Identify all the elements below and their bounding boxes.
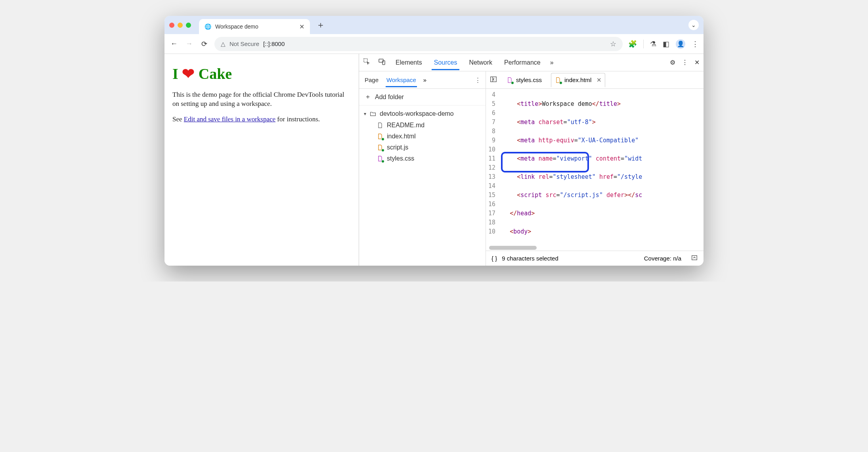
editor-pane: styles.css index.html ✕ 4 5 6 7 8 — [486, 71, 704, 266]
code-line: <body> — [503, 227, 700, 236]
devtools-body: Page Workspace » ⋮ ＋ Add folder — [359, 71, 704, 266]
profile-avatar[interactable]: 👤 — [676, 39, 685, 49]
code-line: <title>Workspace demo</title> — [503, 100, 700, 109]
tab-title: Workspace demo — [215, 23, 258, 30]
devtools-panel: Elements Sources Network Performance » ⚙… — [359, 54, 704, 266]
line-number: 10 — [488, 227, 495, 236]
window-controls — [169, 23, 191, 28]
paragraph-text: See — [172, 115, 184, 123]
file-label: script.js — [387, 144, 408, 151]
panel-icon[interactable]: ◧ — [663, 40, 669, 48]
line-number: 4 — [488, 90, 495, 100]
file-index-html[interactable]: index.html — [359, 131, 486, 142]
nav-kebab-icon[interactable]: ⋮ — [475, 77, 481, 84]
tab-network[interactable]: Network — [467, 55, 495, 70]
heading-text: I — [172, 65, 182, 82]
file-script-js[interactable]: script.js — [359, 142, 486, 153]
file-label: index.html — [387, 133, 416, 140]
forward-button[interactable]: → — [184, 40, 194, 48]
labs-icon[interactable]: ⚗ — [650, 40, 656, 48]
file-readme[interactable]: README.md — [359, 120, 486, 131]
editor-status-bar: { } 9 characters selected Coverage: n/a — [486, 251, 704, 266]
file-label: README.md — [387, 122, 424, 129]
device-icon[interactable] — [378, 58, 386, 67]
tab-strip: 🌐 Workspace demo ✕ ＋ ⌄ — [164, 16, 704, 34]
svg-rect-5 — [692, 256, 697, 260]
reload-button[interactable]: ⟳ — [199, 40, 209, 48]
browser-window: 🌐 Workspace demo ✕ ＋ ⌄ ← → ⟳ △ Not Secur… — [164, 16, 704, 266]
css-file-icon — [506, 77, 513, 84]
rendered-page: I ❤ Cake This is the demo page for the o… — [164, 54, 359, 266]
css-file-icon — [377, 155, 384, 162]
line-number: 9 — [488, 136, 495, 145]
modified-dot-icon — [381, 160, 384, 163]
line-number: 14 — [488, 182, 495, 191]
browser-tab[interactable]: 🌐 Workspace demo ✕ — [199, 19, 310, 34]
code-line: <link rel="stylesheet" href="/style — [503, 172, 700, 182]
tree-folder[interactable]: devtools-workspace-demo README.md — [359, 108, 486, 164]
workspace-link[interactable]: Edit and save files in a workspace — [184, 115, 275, 123]
html-file-icon — [554, 77, 562, 84]
code-line: <script src="/script.js" defer></sc — [503, 191, 700, 200]
more-tabs-icon[interactable]: » — [550, 59, 554, 66]
kebab-icon[interactable]: ⋮ — [682, 59, 688, 66]
nav-workspace[interactable]: Workspace — [386, 73, 417, 87]
format-icon[interactable]: { } — [491, 255, 497, 262]
page-paragraph: See Edit and save files in a workspace f… — [172, 115, 351, 124]
nav-page[interactable]: Page — [364, 73, 379, 87]
editor-tab-index[interactable]: index.html ✕ — [551, 73, 605, 87]
line-number: 5 — [488, 100, 495, 109]
add-folder-button[interactable]: ＋ Add folder — [359, 89, 486, 105]
back-button[interactable]: ← — [169, 40, 179, 48]
navigator-tabs: Page Workspace » ⋮ — [359, 71, 486, 89]
page-heading: I ❤ Cake — [172, 65, 351, 82]
line-number: 18 — [488, 218, 495, 227]
line-gutter: 4 5 6 7 8 9 10 11 12 13 14 15 16 17 18 1… — [486, 89, 499, 246]
content-area: I ❤ Cake This is the demo page for the o… — [164, 54, 704, 266]
code-line: <h1>I ♥ Cake</h1> — [503, 245, 700, 246]
more-nav-icon[interactable]: » — [423, 77, 426, 83]
extensions-icon[interactable]: 🧩 — [628, 40, 637, 48]
maximize-window-button[interactable] — [186, 23, 191, 28]
svg-rect-2 — [382, 61, 385, 65]
address-bar[interactable]: △ Not Secure [::]:8000 ☆ — [214, 37, 623, 51]
folder-label: devtools-workspace-demo — [380, 110, 454, 117]
page-paragraph: This is the demo page for the official C… — [172, 90, 351, 109]
close-window-button[interactable] — [169, 23, 174, 28]
line-number: 8 — [488, 127, 495, 136]
code-line: <meta http-equiv="X-UA-Compatible" — [503, 136, 700, 145]
tabs-expand-button[interactable]: ⌄ — [688, 20, 699, 30]
bookmark-icon[interactable]: ☆ — [610, 40, 616, 48]
file-styles-css[interactable]: styles.css — [359, 153, 486, 164]
code-lines: <title>Workspace demo</title> <meta char… — [499, 89, 704, 246]
line-number: 6 — [488, 109, 495, 118]
drawer-icon[interactable] — [691, 254, 698, 262]
code-editor[interactable]: 4 5 6 7 8 9 10 11 12 13 14 15 16 17 18 1… — [486, 89, 704, 246]
line-number: 11 — [488, 154, 495, 163]
tab-sources[interactable]: Sources — [432, 55, 460, 70]
heart-icon: ❤ — [182, 65, 195, 82]
editor-tab-label: styles.css — [516, 77, 542, 83]
editor-tab-styles[interactable]: styles.css — [503, 73, 545, 87]
close-devtools-icon[interactable]: ✕ — [694, 59, 700, 66]
tab-performance[interactable]: Performance — [502, 55, 543, 70]
minimize-window-button[interactable] — [178, 23, 183, 28]
coverage-status: Coverage: n/a — [644, 255, 681, 262]
devtools-tabstrip: Elements Sources Network Performance » ⚙… — [359, 54, 704, 71]
menu-icon[interactable]: ⋮ — [692, 40, 699, 48]
not-secure-icon: △ — [221, 40, 226, 48]
file-icon — [377, 122, 384, 129]
plus-icon: ＋ — [365, 93, 371, 101]
horizontal-scrollbar[interactable] — [486, 246, 704, 251]
toggle-navigator-icon[interactable] — [490, 76, 497, 84]
close-editor-tab-icon[interactable]: ✕ — [597, 77, 602, 84]
close-tab-icon[interactable]: ✕ — [299, 23, 304, 31]
add-folder-label: Add folder — [375, 94, 404, 101]
settings-icon[interactable]: ⚙ — [670, 59, 675, 66]
new-tab-button[interactable]: ＋ — [316, 19, 325, 31]
line-number: 12 — [488, 163, 495, 172]
inspect-icon[interactable] — [363, 58, 371, 67]
tab-elements[interactable]: Elements — [393, 55, 424, 70]
url-text: [::]:8000 — [263, 40, 285, 47]
separator — [643, 40, 644, 48]
